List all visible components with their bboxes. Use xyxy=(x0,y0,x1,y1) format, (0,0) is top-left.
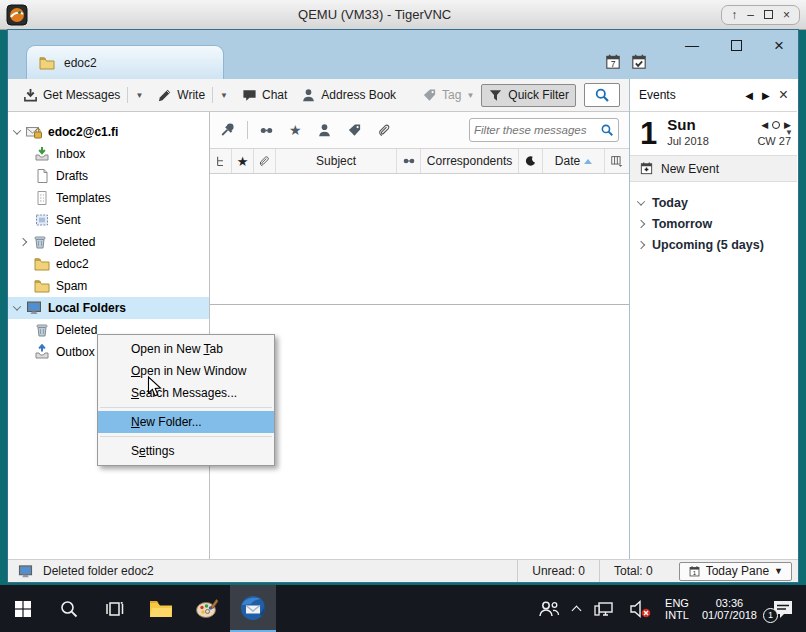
today-pane-dropdown-icon: ▼ xyxy=(774,566,783,576)
taskbar-search-button[interactable] xyxy=(46,585,92,632)
subject-column-header[interactable]: Subject xyxy=(276,149,397,173)
trash-icon xyxy=(32,234,48,250)
file-explorer-button[interactable] xyxy=(138,585,184,632)
window-main: Get Messages ▼ Write ▼ Chat xyxy=(8,79,798,559)
trash-icon xyxy=(34,322,50,338)
pin-filter-icon[interactable] xyxy=(220,122,236,138)
local-folders-row[interactable]: Local Folders xyxy=(8,297,209,319)
date-column-header[interactable]: Date xyxy=(543,149,605,173)
date-today-button[interactable] xyxy=(772,121,780,129)
address-book-button[interactable]: Address Book xyxy=(294,84,403,107)
unread-filter-icon[interactable] xyxy=(259,123,274,138)
calendar-tab-button[interactable] xyxy=(603,52,622,71)
folder-row-deleted[interactable]: Deleted xyxy=(8,231,209,253)
vnc-window-title: QEMU (VM33) - TigerVNC xyxy=(28,7,721,22)
tag-button[interactable]: Tag ▼ xyxy=(415,84,481,107)
menu-item-settings[interactable]: Settings xyxy=(98,440,274,462)
account-row[interactable]: edoc2@c1.fi xyxy=(8,121,209,143)
date-options-dropdown[interactable]: ▼ xyxy=(785,128,793,137)
expander-down-icon[interactable] xyxy=(13,302,21,310)
expander-down-icon[interactable] xyxy=(13,126,21,134)
notification-badge: 1 xyxy=(763,608,778,623)
expander-right-icon[interactable] xyxy=(19,238,27,246)
section-upcoming[interactable]: Upcoming (5 days) xyxy=(636,234,791,255)
vnc-close-button[interactable]: × xyxy=(783,9,790,21)
folder-row-spam[interactable]: Spam xyxy=(8,275,209,297)
mail-tab-edoc2[interactable]: edoc2 xyxy=(26,45,224,79)
message-list[interactable] xyxy=(210,174,629,305)
folder-row-inbox[interactable]: Inbox xyxy=(8,143,209,165)
section-tomorrow[interactable]: Tomorrow xyxy=(636,213,791,234)
total-count: Total: 0 xyxy=(599,560,667,582)
folder-row-templates[interactable]: Templates xyxy=(8,187,209,209)
attachment-filter-icon[interactable] xyxy=(377,123,392,138)
write-dropdown[interactable]: ▼ xyxy=(220,91,228,100)
tag-filter-icon[interactable] xyxy=(347,123,362,138)
global-search-button[interactable] xyxy=(584,83,620,107)
get-messages-dropdown[interactable]: ▼ xyxy=(135,91,143,100)
taskbar-clock[interactable]: 03:36 01/07/2018 xyxy=(702,597,757,621)
folder-row-edoc2[interactable]: edoc2 xyxy=(8,253,209,275)
menu-item-open-new-window[interactable]: Open in New Window xyxy=(98,360,274,382)
day-number: 1 xyxy=(640,116,657,152)
column-picker-button[interactable] xyxy=(605,149,629,173)
starred-column-header[interactable]: ★ xyxy=(232,149,254,173)
start-button[interactable] xyxy=(0,585,46,632)
thunderbird-titlebar: edoc2 — × xyxy=(8,30,798,79)
menu-item-new-folder[interactable]: New Folder... xyxy=(98,411,274,433)
today-pane-close-button[interactable]: × xyxy=(779,86,788,104)
starred-filter-icon[interactable]: ★ xyxy=(289,122,302,138)
thread-column-header[interactable] xyxy=(210,149,232,173)
menu-item-search-messages[interactable]: Search Messages... xyxy=(98,382,274,404)
close-button[interactable]: × xyxy=(774,37,784,54)
read-column-header[interactable] xyxy=(397,149,421,173)
quick-filter-button[interactable]: Quick Filter xyxy=(481,84,576,107)
event-sections: Today Tomorrow Upcoming (5 days) xyxy=(630,182,797,265)
volume-muted-icon[interactable] xyxy=(628,599,652,619)
attachment-column-header[interactable] xyxy=(254,149,276,173)
next-day-button[interactable]: ▶ xyxy=(762,90,770,101)
chat-button[interactable]: Chat xyxy=(235,84,294,107)
folder-context-menu: Open in New Tab Open in New Window Searc… xyxy=(97,334,275,466)
today-pane-toggle-button[interactable]: Today Pane ▼ xyxy=(679,562,792,581)
language-indicator[interactable]: ENG INTL xyxy=(665,597,689,621)
filter-message-input[interactable] xyxy=(474,124,600,136)
quick-filter-label: Quick Filter xyxy=(508,88,569,102)
vnc-titlebar: QEMU (VM33) - TigerVNC ↑ – × xyxy=(0,0,806,30)
menu-item-open-new-tab[interactable]: Open in New Tab xyxy=(98,338,274,360)
file-explorer-icon xyxy=(149,599,173,619)
tab-label: edoc2 xyxy=(64,56,97,70)
folder-row-drafts[interactable]: Drafts xyxy=(8,165,209,187)
new-event-button[interactable]: New Event xyxy=(630,155,797,182)
maximize-button[interactable] xyxy=(731,40,742,51)
date-back-button[interactable]: ◀ xyxy=(761,120,768,130)
section-today[interactable]: Today xyxy=(636,192,791,213)
contact-filter-icon[interactable] xyxy=(317,123,332,138)
screen: QEMU (VM33) - TigerVNC ↑ – × edoc2 xyxy=(0,0,806,632)
vnc-minimize-button[interactable]: – xyxy=(747,9,754,21)
task-view-button[interactable] xyxy=(92,585,138,632)
get-messages-button[interactable]: Get Messages ▼ xyxy=(16,83,150,107)
calendar-icon xyxy=(604,53,622,71)
unread-column-header[interactable] xyxy=(519,149,543,173)
paint-button[interactable] xyxy=(184,585,230,632)
local-folders-label: Local Folders xyxy=(48,301,126,315)
show-hidden-icons-button[interactable] xyxy=(572,605,582,615)
action-center-button[interactable]: 1 xyxy=(770,596,796,622)
thunderbird-taskbar-button[interactable] xyxy=(230,585,276,632)
people-icon[interactable] xyxy=(538,600,560,618)
vnc-fullscreen-button[interactable]: ↑ xyxy=(731,9,737,21)
tasks-tab-button[interactable] xyxy=(629,52,648,71)
network-icon[interactable] xyxy=(593,600,615,618)
quick-filter-bar: ★ xyxy=(210,112,629,149)
search-icon xyxy=(59,599,79,619)
folder-row-sent[interactable]: Sent xyxy=(8,209,209,231)
vnc-maximize-button[interactable] xyxy=(764,10,773,19)
previous-day-button[interactable]: ◀ xyxy=(745,90,753,101)
tag-dropdown[interactable]: ▼ xyxy=(466,91,474,100)
write-button[interactable]: Write ▼ xyxy=(150,83,235,107)
address-book-icon xyxy=(301,88,316,103)
correspondents-column-header[interactable]: Correspondents xyxy=(421,149,519,173)
minimize-button[interactable]: — xyxy=(685,38,699,52)
filter-message-box[interactable] xyxy=(469,118,619,142)
